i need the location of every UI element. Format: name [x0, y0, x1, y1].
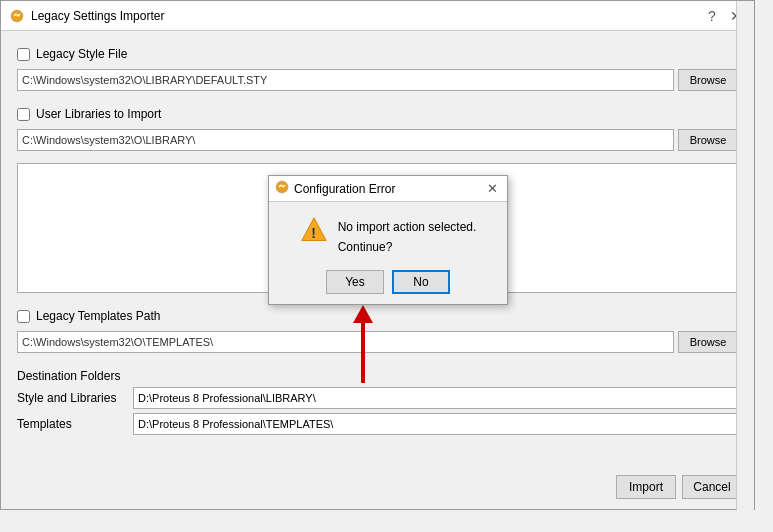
dialog-message-line1: No import action selected.	[338, 218, 477, 236]
cancel-button[interactable]: Cancel	[682, 475, 742, 499]
templates-dest-input[interactable]	[133, 413, 738, 435]
style-libraries-label: Style and Libraries	[17, 391, 127, 405]
legacy-templates-checkbox[interactable]	[17, 310, 30, 323]
import-button[interactable]: Import	[616, 475, 676, 499]
svg-point-1	[276, 181, 288, 193]
legacy-style-input-row: Browse	[17, 69, 738, 91]
destination-folders-label: Destination Folders	[17, 369, 738, 383]
user-libraries-label: User Libraries to Import	[36, 107, 161, 121]
templates-dest-label: Templates	[17, 417, 127, 431]
user-libraries-checkbox-row: User Libraries to Import	[17, 107, 738, 121]
dialog-title-bar: Configuration Error ✕	[269, 176, 507, 202]
title-bar: Legacy Settings Importer ? ✕	[1, 1, 754, 31]
legacy-style-checkbox[interactable]	[17, 48, 30, 61]
dialog-no-button[interactable]: No	[392, 270, 450, 294]
dialog-title: Configuration Error	[294, 182, 395, 196]
dialog-buttons: Yes No	[326, 270, 450, 294]
dialog-body: ! No import action selected. Continue? Y…	[269, 202, 507, 304]
legacy-style-checkbox-row: Legacy Style File	[17, 47, 738, 61]
bottom-buttons: Import Cancel	[616, 475, 742, 499]
legacy-style-input[interactable]	[17, 69, 674, 91]
style-libraries-row: Style and Libraries	[17, 387, 738, 409]
legacy-templates-browse-button[interactable]: Browse	[678, 331, 738, 353]
user-libraries-browse-button[interactable]: Browse	[678, 129, 738, 151]
dialog-message-line2: Continue?	[338, 238, 477, 256]
dialog-yes-button[interactable]: Yes	[326, 270, 384, 294]
legacy-templates-label: Legacy Templates Path	[36, 309, 161, 323]
dialog-icon	[275, 180, 289, 197]
help-button[interactable]: ?	[702, 8, 722, 24]
user-libraries-checkbox[interactable]	[17, 108, 30, 121]
dialog-content-row: ! No import action selected. Continue?	[300, 216, 477, 256]
dialog-message: No import action selected. Continue?	[338, 216, 477, 256]
svg-point-0	[11, 10, 23, 22]
templates-dest-row: Templates	[17, 413, 738, 435]
scrollbar[interactable]	[736, 1, 754, 511]
legacy-templates-input[interactable]	[17, 331, 674, 353]
user-libraries-input-row: Browse	[17, 129, 738, 151]
dialog-title-left: Configuration Error	[275, 180, 395, 197]
legacy-templates-input-row: Browse	[17, 331, 738, 353]
legacy-style-label: Legacy Style File	[36, 47, 127, 61]
warning-icon: !	[300, 216, 328, 249]
title-bar-left: Legacy Settings Importer	[9, 8, 164, 24]
svg-text:!: !	[311, 225, 316, 241]
dialog-close-button[interactable]: ✕	[483, 181, 501, 196]
legacy-style-browse-button[interactable]: Browse	[678, 69, 738, 91]
style-libraries-input[interactable]	[133, 387, 738, 409]
legacy-templates-checkbox-row: Legacy Templates Path	[17, 309, 738, 323]
user-libraries-input[interactable]	[17, 129, 674, 151]
app-icon	[9, 8, 25, 24]
config-error-dialog: Configuration Error ✕ ! No import action…	[268, 175, 508, 305]
window-title: Legacy Settings Importer	[31, 9, 164, 23]
destination-section: Destination Folders Style and Libraries …	[17, 369, 738, 439]
